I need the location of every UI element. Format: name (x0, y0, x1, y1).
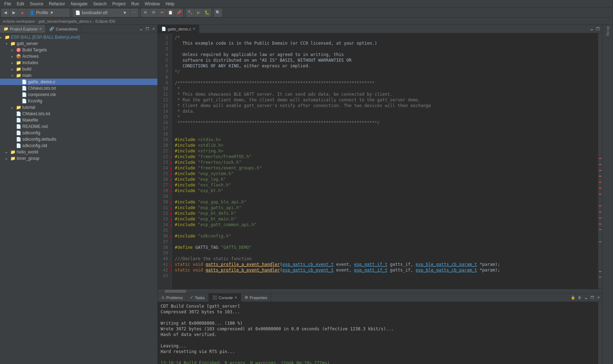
line-number: 27 (158, 182, 170, 188)
menu-project[interactable]: Project (110, 1, 128, 7)
code-line (175, 273, 595, 279)
line-number: 7 (158, 69, 170, 74)
console-area: ⚠ Problems ✓ Tasks ⬛ Console ✕ ⚙ Propert… (158, 293, 602, 364)
tree-file-icon: 📄 (21, 98, 27, 104)
editor-tab-close[interactable]: ✕ (193, 27, 195, 31)
tree-item[interactable]: 📄CMakeLists.txt (0, 85, 157, 91)
console-tab-console[interactable]: ⬛ Console ✕ (209, 293, 241, 302)
code-line: software is distributed on an "AS IS" BA… (175, 57, 595, 63)
panel-close-btn[interactable]: ✕ (151, 27, 156, 31)
console-scroll-lock-btn[interactable]: 🔒 (570, 295, 576, 300)
console-line: Compressed 3072 bytes to 103... (161, 309, 595, 315)
console-scrollbar[interactable] (598, 302, 602, 364)
toolbar-back-btn[interactable]: ◀ (1, 9, 9, 17)
panel-minimize-btn[interactable]: 🗕 (138, 27, 144, 31)
console-tab-tasks[interactable]: ✓ Tasks (186, 293, 208, 302)
editor-maximize-btn[interactable]: 🗖 (595, 27, 601, 31)
tree-item[interactable]: ▾📁gatt_server (0, 40, 157, 47)
tree-item[interactable]: ▸📁hello_world (0, 149, 157, 155)
tree-item[interactable]: ▸📦Archives (0, 53, 157, 60)
toolbar-search-btn[interactable]: 🔍 (214, 9, 222, 17)
scrollbar-horizontal[interactable] (158, 289, 602, 293)
tree-item[interactable]: ▸📁tutorial (0, 104, 157, 111)
line-number: 12 (158, 97, 170, 103)
console-tab-problems[interactable]: ⚠ Problems (158, 293, 186, 302)
toolbar-forward-btn[interactable]: ▶ (10, 9, 18, 17)
code-line: static void gatts_profile_b_event_handle… (175, 267, 595, 273)
toolbar-btn-4[interactable]: ⟳ (150, 9, 157, 17)
line-number: 33 (158, 216, 170, 222)
tree-item[interactable]: ▸📁build (0, 66, 157, 72)
tree-item[interactable]: 📄Makefile (0, 117, 157, 123)
toolbar-btn-6[interactable]: 📋 (167, 9, 174, 17)
menu-navigate[interactable]: Navigate (68, 1, 90, 7)
editor-tab-icon: 📄 (161, 27, 166, 31)
console-maximize-btn[interactable]: 🗖 (590, 295, 595, 300)
editor-minimize-btn[interactable]: 🗕 (589, 27, 595, 31)
tab-project-explorer[interactable]: 📁 Project Explorer ✕ (0, 25, 46, 33)
main-layout: 📁 Project Explorer ✕ 🔗 Connections 🗕 🗖 ✕… (0, 25, 613, 364)
console-close-btn[interactable]: ✕ (596, 295, 601, 300)
right-panel: 📄 gatts_demo.c ✕ 🗕 🗖 1234567891011121314… (158, 25, 602, 364)
code-line: #define GATTS_TAG "GATTS_DEMO" (175, 245, 595, 250)
tree-item[interactable]: ▾📁main (0, 72, 157, 79)
scrollbar-h-thumb[interactable] (165, 290, 186, 293)
tree-item[interactable]: 📄sdkconfig (0, 130, 157, 136)
tree-item[interactable]: ▸📁Includes (0, 60, 157, 66)
menu-edit[interactable]: Edit (14, 1, 27, 7)
code-content[interactable]: /* This example code is in the Public Do… (172, 33, 598, 289)
line-number: 18 (158, 131, 170, 137)
tree-file-icon: 📁 (16, 73, 21, 78)
tree-item[interactable]: 📄component.mk (0, 91, 157, 98)
tree-item[interactable]: ▸📁ESP-BALL [ESP-BALL BatteryLevel] (0, 34, 157, 40)
console-tab-properties[interactable]: ⚙ Properties (241, 293, 271, 302)
editor-tab-gatts[interactable]: 📄 gatts_demo.c ✕ (158, 25, 199, 33)
tree-item-label: tutorial (22, 105, 35, 110)
tree-item[interactable]: 📄CMakeLists.txt (0, 111, 157, 117)
code-line: /***************************************… (175, 80, 595, 86)
toolbar-debug-btn[interactable]: 🐛 (203, 9, 211, 17)
profile-dropdown[interactable]: 👤 Profile ▼ (27, 9, 69, 17)
toolbar-btn-3[interactable]: ⟲ (141, 9, 149, 17)
project-explorer-close[interactable]: ✕ (39, 27, 42, 31)
menu-window[interactable]: Window (142, 1, 163, 7)
code-line: #include "freertos/event_groups.h" (175, 165, 595, 171)
menu-source[interactable]: Source (27, 1, 46, 7)
tree-file-icon: 📄 (21, 92, 27, 97)
panel-maximize-btn[interactable]: 🗖 (145, 27, 150, 31)
menu-run[interactable]: Run (128, 1, 142, 7)
line-number: 20 (158, 142, 170, 148)
tree-file-icon: 📁 (16, 66, 21, 72)
toolbar-run-btn[interactable]: ▶ (195, 9, 202, 17)
toolbar-build-btn[interactable]: 🔨 (186, 9, 194, 17)
menu-help[interactable]: Help (163, 1, 177, 7)
tree-item[interactable]: ▸🎯Build Targets (0, 47, 157, 53)
tree-item-label: CMakeLists.txt (22, 111, 50, 116)
console-clear-btn[interactable]: 🗑 (577, 295, 583, 300)
toolbar-stop-btn[interactable]: ■ (18, 9, 26, 17)
tree-file-icon: 📁 (10, 149, 16, 155)
menu-search[interactable]: Search (90, 1, 110, 7)
console-close[interactable]: ✕ (234, 296, 237, 299)
line-number: 10 (158, 86, 170, 91)
tree-item[interactable]: 📄sdkconfig.old (0, 142, 157, 149)
menu-refactor[interactable]: Refactor (46, 1, 68, 7)
project-explorer-icon: 📁 (4, 27, 9, 31)
tree-item[interactable]: 📄gatts_demo.c (0, 79, 157, 85)
console-minimize-btn[interactable]: 🗕 (583, 295, 589, 300)
file-dropdown[interactable]: 📄 bootloader.elf ▼ (73, 9, 129, 17)
tab-connections[interactable]: 🔗 Connections (46, 25, 81, 33)
code-line: #include "freertos/FreeRTOS.h" (175, 154, 595, 159)
toolbar-file-browse-btn[interactable]: ⋯ (130, 9, 138, 17)
scroll-indicator-mark (599, 229, 602, 230)
tree-item[interactable]: 📄README.md (0, 123, 157, 130)
toolbar-btn-5[interactable]: ✂ (158, 9, 166, 17)
tree-arrow-icon: ▸ (11, 55, 16, 58)
menu-file[interactable]: File (1, 1, 14, 7)
line-number: 34 (158, 222, 170, 228)
tree-item[interactable]: 📄sdkconfig.defaults (0, 136, 157, 142)
toolbar-btn-7[interactable]: 📌 (175, 9, 183, 17)
scroll-indicator-mark (599, 158, 602, 159)
tree-item[interactable]: ▸📁timer_group (0, 155, 157, 162)
tree-item[interactable]: 📄Kconfig (0, 98, 157, 104)
